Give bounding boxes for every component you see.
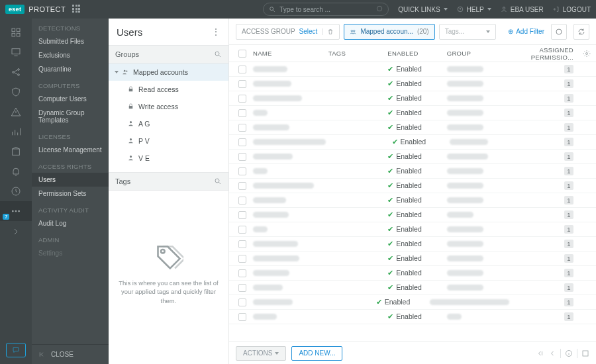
row-checkbox[interactable] bbox=[238, 124, 246, 132]
global-search[interactable]: Type to search ... bbox=[263, 3, 389, 16]
table-row[interactable]: ✔Enabled1 bbox=[229, 266, 596, 281]
tags-filter[interactable]: Tags... bbox=[439, 24, 496, 40]
col-perm[interactable]: ASSIGNED PERMISSIO... bbox=[507, 46, 577, 61]
rail-dashboard[interactable] bbox=[0, 23, 32, 42]
actions-button[interactable]: ACTIONS bbox=[236, 346, 286, 361]
row-checkbox[interactable] bbox=[238, 226, 246, 234]
brand-badge: eset bbox=[5, 5, 25, 14]
svg-point-37 bbox=[130, 156, 132, 158]
nav-item[interactable]: Exclusions bbox=[32, 48, 109, 62]
rail-status[interactable] bbox=[0, 181, 32, 201]
quick-links-menu[interactable]: QUICK LINKS bbox=[398, 6, 447, 13]
nav-item[interactable]: Settings bbox=[32, 246, 109, 260]
tree-item[interactable]: V E bbox=[109, 150, 228, 167]
preset-button[interactable] bbox=[551, 24, 567, 40]
table-row[interactable]: ✔Enabled1 bbox=[229, 135, 596, 150]
table-row[interactable]: ✔Enabled1 bbox=[229, 62, 596, 77]
search-icon[interactable] bbox=[214, 177, 222, 185]
table-row[interactable]: ✔Enabled1 bbox=[229, 281, 596, 295]
row-checkbox[interactable] bbox=[238, 313, 246, 321]
row-checkbox[interactable] bbox=[238, 138, 246, 146]
feedback-button[interactable] bbox=[6, 343, 26, 357]
row-checkbox[interactable] bbox=[238, 109, 246, 117]
logout-button[interactable]: LOGOUT bbox=[553, 6, 591, 13]
table-row[interactable]: ✔Enabled1 bbox=[229, 77, 596, 91]
app-launcher-icon[interactable] bbox=[72, 5, 81, 14]
col-group[interactable]: GROUP bbox=[443, 50, 508, 57]
row-checkbox[interactable] bbox=[238, 167, 246, 175]
row-checkbox[interactable] bbox=[238, 211, 246, 219]
select-all-checkbox[interactable] bbox=[238, 50, 246, 58]
rail-computers[interactable] bbox=[0, 42, 32, 62]
nav-item[interactable]: Dynamic Group Templates bbox=[32, 106, 109, 127]
col-enabled[interactable]: ENABLED bbox=[383, 50, 442, 57]
rail-network[interactable] bbox=[0, 62, 32, 82]
expand-icon[interactable] bbox=[581, 349, 589, 357]
nav-item[interactable]: Computer Users bbox=[32, 92, 109, 106]
row-checkbox[interactable] bbox=[238, 255, 246, 263]
rail-policies[interactable] bbox=[0, 82, 32, 102]
table-row[interactable]: ✔Enabled1 bbox=[229, 208, 596, 222]
row-checkbox[interactable] bbox=[238, 80, 246, 88]
table-row[interactable]: ✔Enabled1 bbox=[229, 222, 596, 237]
row-checkbox[interactable] bbox=[238, 153, 246, 161]
rail-installers[interactable] bbox=[0, 142, 32, 161]
rail-reports[interactable] bbox=[0, 122, 32, 142]
tree-item[interactable]: A G bbox=[109, 115, 228, 132]
table-row[interactable]: ✔Enabled1 bbox=[229, 179, 596, 193]
nav-item[interactable]: Audit Log bbox=[32, 216, 109, 230]
rail-threats[interactable] bbox=[0, 102, 32, 122]
mapped-accounts-chip[interactable]: Mapped accoun... (20) bbox=[344, 24, 434, 40]
cell-name bbox=[249, 226, 324, 234]
table-row[interactable]: ✔Enabled1 bbox=[229, 251, 596, 266]
table-row[interactable]: ✔Enabled1 bbox=[229, 91, 596, 106]
table-row[interactable]: ✔Enabled1 bbox=[229, 310, 596, 324]
row-checkbox[interactable] bbox=[238, 240, 246, 248]
rail-expand[interactable] bbox=[0, 224, 32, 240]
row-checkbox[interactable] bbox=[238, 66, 246, 73]
rail-notifications[interactable] bbox=[0, 161, 32, 181]
col-name[interactable]: NAME bbox=[249, 50, 324, 57]
nav-item[interactable]: License Management bbox=[32, 143, 109, 157]
col-tags[interactable]: TAGS bbox=[324, 50, 383, 57]
trash-icon[interactable] bbox=[327, 28, 334, 35]
nav-item[interactable]: Submitted Files bbox=[32, 34, 109, 48]
table-row[interactable]: ✔Enabled1 bbox=[229, 237, 596, 251]
table-row[interactable]: ✔Enabled1 bbox=[229, 150, 596, 164]
user-menu[interactable]: EBA USER bbox=[501, 6, 544, 13]
table-row[interactable]: ✔Enabled1 bbox=[229, 120, 596, 135]
help-menu[interactable]: ? HELP bbox=[457, 6, 491, 13]
nav-item[interactable]: Quarantine bbox=[32, 62, 109, 76]
access-group-chip[interactable]: ACCESS GROUP Select bbox=[236, 24, 340, 40]
cell-name bbox=[249, 313, 324, 321]
tree-item[interactable]: Write access bbox=[109, 98, 228, 115]
tree-item[interactable]: P V bbox=[109, 132, 228, 150]
refresh-button[interactable] bbox=[573, 24, 589, 40]
row-checkbox[interactable] bbox=[238, 298, 246, 306]
tree-item[interactable]: Mapped accounts bbox=[109, 64, 228, 81]
page-menu-icon[interactable]: ⋮ bbox=[211, 26, 221, 37]
tree-item[interactable]: Read access bbox=[109, 81, 228, 98]
prev-page-icon[interactable] bbox=[548, 349, 556, 357]
row-checkbox[interactable] bbox=[238, 95, 246, 103]
first-page-icon[interactable] bbox=[536, 349, 544, 357]
table-row[interactable]: ✔Enabled1 bbox=[229, 193, 596, 208]
cell-enabled: ✔Enabled bbox=[383, 94, 442, 103]
table-row[interactable]: ✔Enabled1 bbox=[229, 295, 596, 310]
add-new-button[interactable]: ADD NEW... bbox=[291, 346, 342, 361]
nav-item[interactable]: Permission Sets bbox=[32, 187, 109, 201]
rail-more[interactable]: 7 bbox=[0, 201, 32, 221]
add-filter-button[interactable]: ⊕Add Filter bbox=[508, 28, 544, 35]
row-checkbox[interactable] bbox=[238, 182, 246, 190]
nav-item[interactable]: Users bbox=[32, 173, 109, 187]
table-row[interactable]: ✔Enabled1 bbox=[229, 164, 596, 179]
cell-enabled: ✔Enabled bbox=[383, 210, 442, 219]
row-checkbox[interactable] bbox=[238, 269, 246, 277]
info-icon[interactable] bbox=[565, 349, 573, 357]
table-row[interactable]: ✔Enabled1 bbox=[229, 106, 596, 120]
collapse-nav-button[interactable]: CLOSE bbox=[32, 344, 109, 364]
columns-settings[interactable] bbox=[577, 50, 596, 58]
row-checkbox[interactable] bbox=[238, 197, 246, 205]
row-checkbox[interactable] bbox=[238, 284, 246, 292]
search-icon[interactable] bbox=[214, 50, 222, 58]
